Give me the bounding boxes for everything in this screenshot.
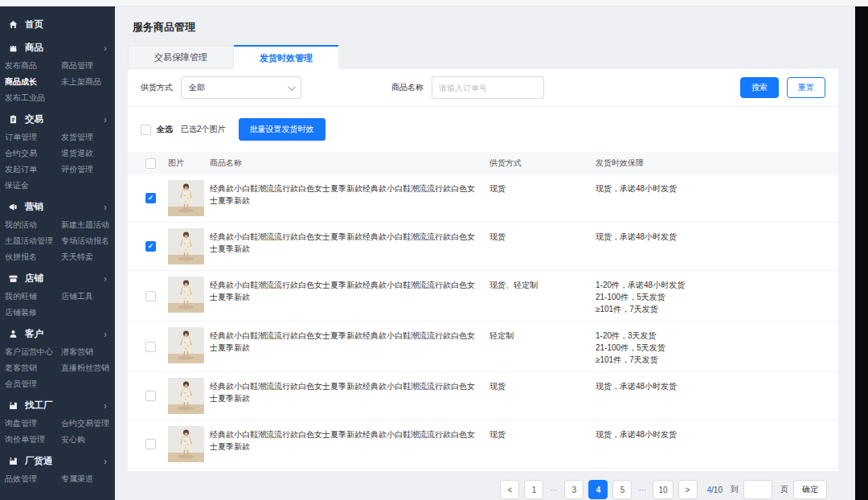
sidebar-item[interactable]: 我的旺铺 bbox=[5, 291, 61, 302]
sidebar-section-header-shop[interactable]: 店铺› bbox=[0, 268, 115, 289]
delivery-line: 现货，承诺48小时发货 bbox=[596, 380, 825, 392]
page-button-3[interactable]: 3 bbox=[564, 480, 583, 499]
next-page-button[interactable]: > bbox=[678, 480, 698, 499]
sidebar-item[interactable]: 店铺工具 bbox=[61, 291, 93, 302]
sidebar-item[interactable]: 店铺装修 bbox=[5, 307, 61, 318]
sidebar-section-label: 找工厂 bbox=[25, 400, 53, 412]
sidebar-section-find-factory: 找工厂›询盘管理合约交易管理询价单管理安心购 bbox=[0, 395, 115, 448]
header-select-checkbox[interactable] bbox=[145, 158, 156, 169]
sidebar-item[interactable]: 合约交易管理 bbox=[61, 418, 109, 429]
sidebar-item[interactable]: 询价单管理 bbox=[5, 434, 61, 445]
pagination: <1···345···10>4/10到页确定 bbox=[128, 469, 838, 499]
product-name-label: 商品名称 bbox=[391, 82, 424, 93]
ellipsis: ··· bbox=[548, 486, 559, 494]
sidebar-item[interactable]: 主题活动管理 bbox=[5, 236, 61, 247]
sidebar-section-label: 店铺 bbox=[25, 273, 43, 285]
row-checkbox[interactable] bbox=[145, 439, 156, 449]
sidebar-section-header-product[interactable]: 商品› bbox=[0, 38, 115, 58]
sidebar-item[interactable]: 客户运营中心 bbox=[5, 346, 61, 358]
sidebar-item[interactable]: 会员管理 bbox=[5, 379, 61, 390]
sidebar-item[interactable]: 潜客营销 bbox=[61, 346, 93, 358]
sidebar-item[interactable]: 老客营销 bbox=[5, 363, 61, 374]
sidebar-link-row: 店铺装修 bbox=[0, 305, 115, 321]
select-all-checkbox[interactable] bbox=[141, 125, 151, 135]
tab-delivery-time[interactable]: 发货时效管理 bbox=[234, 45, 338, 69]
sidebar-section-header-marketing[interactable]: 营销› bbox=[0, 197, 115, 217]
row-checkbox[interactable] bbox=[145, 391, 156, 401]
product-name-input[interactable] bbox=[432, 76, 544, 99]
row-image-cell bbox=[168, 327, 210, 363]
sidebar-item[interactable]: 天天特卖 bbox=[61, 252, 93, 263]
delivery-guarantee: 现货，承诺48小时发货 bbox=[596, 228, 838, 243]
sidebar-item[interactable]: 发货管理 bbox=[61, 132, 93, 143]
sidebar-item[interactable]: 专场活动报名 bbox=[61, 236, 109, 247]
sidebar-item[interactable]: 评价管理 bbox=[61, 164, 93, 175]
right-black-strip bbox=[855, 6, 868, 500]
sidebar-item[interactable]: 退货退款 bbox=[61, 148, 93, 159]
row-checkbox[interactable] bbox=[145, 193, 156, 203]
row-image-cell bbox=[168, 228, 210, 264]
sidebar-section-header-channel[interactable]: 厂货通› bbox=[0, 451, 115, 471]
sidebar-item[interactable]: 发起订单 bbox=[5, 164, 61, 175]
factory-icon bbox=[8, 456, 18, 466]
sidebar-item[interactable]: 专属渠道 bbox=[61, 473, 93, 485]
product-photo bbox=[168, 180, 204, 216]
row-image-cell bbox=[168, 378, 210, 414]
sidebar-section-header-find-factory[interactable]: 找工厂› bbox=[0, 395, 115, 416]
confirm-button[interactable]: 确定 bbox=[793, 480, 827, 499]
batch-set-delivery-button[interactable]: 批量设置发货时效 bbox=[239, 118, 326, 141]
sidebar-section-label: 交易 bbox=[25, 113, 43, 125]
sidebar-link-row: 老客营销直播粉丝营销 bbox=[0, 360, 115, 376]
product-name: 经典款小白鞋潮流流行款白色女士夏季新款经典款小白鞋潮流流行款白色女士夏季新款 bbox=[210, 426, 489, 453]
sidebar-item[interactable]: 保证金 bbox=[5, 180, 61, 191]
tab-trade-guarantee[interactable]: 交易保障管理 bbox=[128, 45, 234, 69]
clipboard-icon bbox=[8, 114, 18, 125]
table-row: 经典款小白鞋潮流流行款白色女士夏季新款经典款小白鞋潮流流行款白色女士夏季新款现货… bbox=[128, 420, 838, 469]
sidebar-item[interactable]: 新建主题活动 bbox=[61, 219, 109, 231]
sidebar-item[interactable]: 直播粉丝营销 bbox=[61, 363, 109, 374]
sidebar-item[interactable]: 询盘管理 bbox=[5, 418, 61, 429]
sidebar-item[interactable]: 我的活动 bbox=[5, 219, 61, 231]
row-checkbox[interactable] bbox=[145, 342, 156, 352]
sidebar-link-row: 品效管理专属渠道 bbox=[0, 471, 115, 487]
row-checkbox[interactable] bbox=[145, 241, 156, 252]
page-button-5[interactable]: 5 bbox=[612, 480, 632, 499]
sidebar-section-header-trade[interactable]: 交易› bbox=[0, 109, 115, 129]
sidebar-item[interactable]: 安心购 bbox=[61, 434, 85, 445]
sidebar-item[interactable]: 订单管理 bbox=[5, 132, 61, 143]
sidebar-item[interactable]: 商品管理 bbox=[61, 60, 93, 72]
ellipsis: ··· bbox=[637, 486, 648, 494]
sidebar-section-marketing: 营销›我的活动新建主题活动主题活动管理专场活动报名伙拼报名天天特卖 bbox=[0, 197, 115, 265]
table-body: 经典款小白鞋潮流流行款白色女士夏季新款经典款小白鞋潮流流行款白色女士夏季新款现货… bbox=[128, 174, 838, 469]
delivery-guarantee: 1-20件，承诺48小时发货21-100件，5天发货≥101件，7天发货 bbox=[596, 277, 838, 315]
row-checkbox[interactable] bbox=[145, 291, 156, 301]
sidebar-link-row: 会员管理 bbox=[0, 376, 115, 392]
search-button[interactable]: 搜索 bbox=[740, 77, 779, 98]
sidebar-item[interactable]: 未上架商品 bbox=[61, 76, 101, 88]
page-button-4[interactable]: 4 bbox=[588, 480, 608, 499]
sidebar-item[interactable]: 品效管理 bbox=[5, 473, 61, 485]
delivery-line: ≥101件，7天发货 bbox=[596, 303, 825, 315]
reset-button[interactable]: 重置 bbox=[787, 77, 825, 98]
sidebar-item[interactable]: 商品成长 bbox=[5, 76, 61, 88]
page-button-10[interactable]: 10 bbox=[653, 480, 673, 499]
supply-method-select[interactable]: 全部 bbox=[181, 76, 301, 99]
sidebar: 首页商品›发布商品商品管理商品成长未上架商品发布工业品交易›订单管理发货管理合约… bbox=[0, 6, 115, 500]
supply-method: 轻定制 bbox=[489, 327, 596, 342]
chevron-right-icon: › bbox=[104, 43, 107, 53]
table-row: 经典款小白鞋潮流流行款白色女士夏季新款经典款小白鞋潮流流行款白色女士夏季新款现货… bbox=[128, 223, 838, 271]
page-button-1[interactable]: 1 bbox=[524, 480, 543, 499]
bag-icon bbox=[8, 43, 18, 53]
sidebar-section-header-home[interactable]: 首页 bbox=[0, 14, 115, 35]
sidebar-section-header-customer[interactable]: 客户› bbox=[0, 324, 115, 344]
sidebar-item[interactable]: 伙拼报名 bbox=[5, 252, 61, 263]
sidebar-item[interactable]: 发布工业品 bbox=[5, 92, 61, 104]
prev-page-button[interactable]: < bbox=[500, 480, 519, 499]
product-photo bbox=[168, 228, 204, 264]
sidebar-link-row: 询价单管理安心购 bbox=[0, 432, 115, 448]
delivery-line: 现货，承诺48小时发货 bbox=[596, 428, 825, 441]
jump-page-input[interactable] bbox=[743, 480, 772, 499]
supply-method: 现货、轻定制 bbox=[489, 277, 596, 291]
sidebar-item[interactable]: 发布商品 bbox=[5, 60, 61, 72]
sidebar-item[interactable]: 合约交易 bbox=[5, 148, 61, 159]
